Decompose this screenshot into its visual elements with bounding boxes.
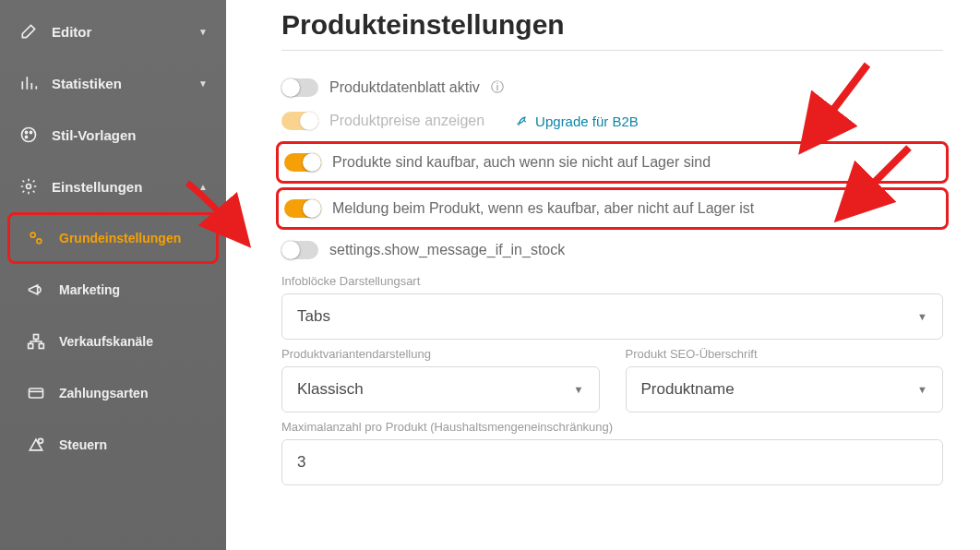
sidebar-item-label: Stil-Vorlagen [52, 127, 136, 143]
field-label-variant: Produktvariantendarstellung [281, 347, 600, 361]
toggle-prices[interactable] [281, 112, 318, 130]
gear-icon [18, 177, 39, 196]
megaphone-icon [26, 281, 46, 299]
chevron-up-icon: ▲ [198, 182, 208, 192]
stats-icon [18, 74, 39, 92]
main-panel: Produkteinstellungen Produktdatenblatt a… [226, 0, 980, 550]
toggle-buyable[interactable] [284, 153, 321, 172]
sidebar-item-marketing[interactable]: Marketing [0, 264, 226, 316]
highlight-box-1: Produkte sind kaufbar, auch wenn sie nic… [276, 141, 949, 184]
card-icon [26, 384, 46, 402]
toggle-oos-message[interactable] [284, 199, 321, 218]
svg-point-5 [30, 233, 35, 237]
select-value: Produktname [641, 380, 735, 399]
toggle-row-datasheet: Produktdatenblatt aktiv ⓘ [281, 71, 943, 104]
sidebar-item-steuern[interactable]: Steuern [0, 419, 226, 471]
toggle-row-oos-message: Meldung beim Produkt, wenn es kaufbar, a… [284, 192, 940, 225]
svg-rect-10 [30, 389, 43, 398]
upgrade-link[interactable]: Upgrade für B2B [516, 114, 639, 129]
toggle-datasheet[interactable] [281, 78, 318, 97]
chevron-down-icon: ▼ [917, 311, 927, 322]
select-infoblocks[interactable]: Tabs ▼ [281, 293, 943, 340]
svg-point-2 [30, 131, 31, 133]
toggle-in-stock[interactable] [281, 241, 318, 259]
field-label-seo: Produkt SEO-Überschrift [626, 347, 944, 361]
select-variant[interactable]: Klassisch ▼ [281, 366, 600, 412]
sidebar-item-label: Verkaufskanäle [59, 334, 153, 349]
sidebar-item-label: Editor [52, 24, 91, 40]
svg-point-1 [25, 131, 27, 133]
sidebar-item-verkaufskanaele[interactable]: Verkaufskanäle [0, 316, 226, 367]
svg-rect-9 [39, 344, 43, 349]
tax-icon [26, 436, 46, 454]
upgrade-text: Upgrade für B2B [535, 114, 639, 129]
sidebar-item-stilvorlagen[interactable]: Stil-Vorlagen [0, 109, 226, 161]
sidebar: Editor ▼ Statistiken ▼ Stil-Vorlagen Ein… [0, 0, 226, 550]
chevron-down-icon: ▼ [198, 78, 208, 89]
channels-icon [26, 332, 46, 351]
input-value: 3 [297, 453, 305, 472]
toggle-row-buyable: Produkte sind kaufbar, auch wenn sie nic… [284, 146, 940, 179]
help-icon[interactable]: ⓘ [491, 79, 504, 96]
sidebar-item-label: Statistiken [52, 76, 122, 91]
toggle-row-prices: Produktpreise anzeigen Upgrade für B2B [281, 104, 943, 138]
select-value: Tabs [297, 307, 330, 326]
toggle-row-in-stock: settings.show_message_if_in_stock [281, 233, 943, 267]
field-label-maxqty: Maximalanzahl pro Produkt (Haushaltsmeng… [281, 420, 943, 434]
chevron-down-icon: ▼ [574, 384, 584, 395]
rocket-icon [516, 114, 530, 128]
toggle-label: Meldung beim Produkt, wenn es kaufbar, a… [332, 200, 754, 217]
svg-rect-7 [34, 335, 39, 340]
sidebar-item-label: Steuern [59, 437, 107, 452]
sidebar-item-grundeinstellungen[interactable]: Grundeinstellungen [0, 212, 226, 264]
svg-point-11 [39, 438, 43, 443]
svg-point-0 [22, 128, 36, 142]
input-maxqty[interactable]: 3 [281, 439, 943, 485]
chevron-down-icon: ▼ [917, 384, 927, 395]
gears-icon [26, 229, 46, 247]
select-value: Klassisch [297, 380, 364, 399]
sidebar-item-zahlungsarten[interactable]: Zahlungsarten [0, 367, 226, 419]
svg-rect-8 [29, 344, 33, 349]
sidebar-item-editor[interactable]: Editor ▼ [0, 6, 226, 57]
highlight-box-2: Meldung beim Produkt, wenn es kaufbar, a… [276, 187, 949, 230]
svg-point-3 [25, 136, 27, 138]
sidebar-item-label: Marketing [59, 282, 120, 297]
sidebar-item-label: Einstellungen [52, 179, 142, 195]
edit-icon [18, 22, 39, 41]
svg-point-6 [37, 239, 42, 244]
sidebar-item-einstellungen[interactable]: Einstellungen ▲ [0, 161, 226, 212]
select-seo[interactable]: Produktname ▼ [626, 366, 944, 412]
svg-point-4 [27, 185, 31, 189]
sidebar-item-statistiken[interactable]: Statistiken ▼ [0, 57, 226, 109]
toggle-label: Produkte sind kaufbar, auch wenn sie nic… [332, 154, 711, 171]
sidebar-item-label: Zahlungsarten [59, 386, 148, 401]
toggle-label: Produktpreise anzeigen [329, 113, 484, 129]
sidebar-item-label: Grundeinstellungen [59, 231, 181, 245]
palette-icon [18, 126, 39, 144]
toggle-label: settings.show_message_if_in_stock [329, 242, 565, 258]
field-label-infoblocks: Infoblöcke Darstellungsart [281, 274, 943, 288]
chevron-down-icon: ▼ [198, 27, 208, 37]
page-title: Produkteinstellungen [281, 9, 943, 51]
toggle-label: Produktdatenblatt aktiv [329, 79, 480, 96]
